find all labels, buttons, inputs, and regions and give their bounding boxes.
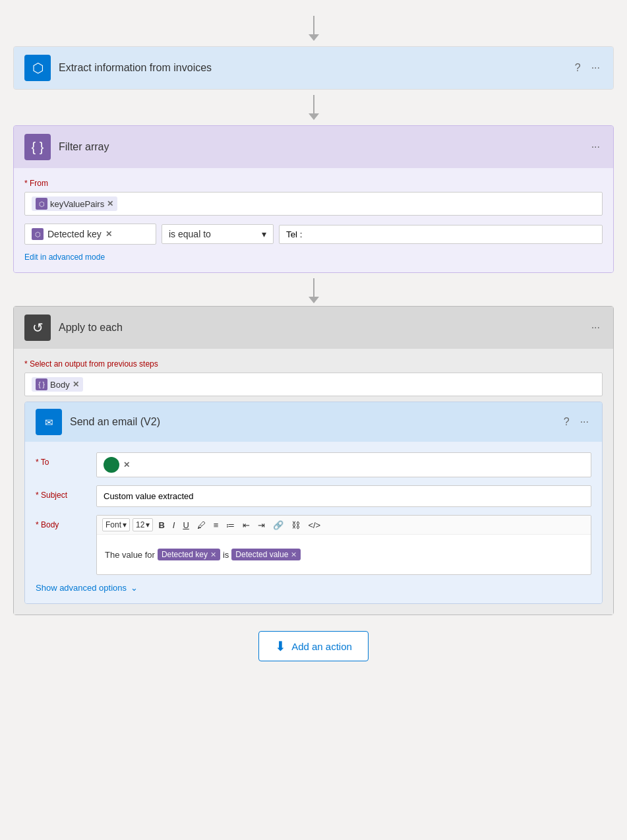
top-arrow <box>309 16 319 41</box>
filter-icon: { } <box>24 134 51 160</box>
email-card-header: ✉ Send an email (V2) ? ··· <box>25 402 602 442</box>
subject-label: * Subject <box>36 485 88 500</box>
apply-card-title: Apply to each <box>59 322 581 334</box>
extract-icon: ⬡ <box>24 55 51 81</box>
body-text-before: The value for <box>105 550 155 560</box>
filter-card-body: * From ⬡ keyValuePairs ✕ ⬡ Detected key … <box>14 168 613 272</box>
body-field: Font ▾ 12 ▾ B I U <box>96 515 591 575</box>
token2-remove[interactable]: ✕ <box>291 551 297 559</box>
filter-operator-chevron: ▾ <box>262 229 266 239</box>
font-size: 12 <box>136 520 144 529</box>
extract-more-btn[interactable]: ··· <box>589 59 603 76</box>
from-token-icon: ⬡ <box>36 198 47 210</box>
arrow-2 <box>309 278 319 303</box>
to-avatar <box>104 457 119 473</box>
extract-card-header: ⬡ Extract information from invoices ? ··… <box>14 47 613 89</box>
filter-left-icon: ⬡ <box>32 228 44 240</box>
bullets-btn[interactable]: ≡ <box>211 519 222 531</box>
size-chevron: ▾ <box>146 520 150 529</box>
editor-toolbar: Font ▾ 12 ▾ B I U <box>97 516 591 535</box>
arrow-1 <box>309 95 319 120</box>
extract-card-title: Extract information from invoices <box>59 62 564 74</box>
from-label: * From <box>24 179 603 188</box>
email-more-btn[interactable]: ··· <box>578 413 591 431</box>
show-advanced-text: Show advanced options <box>36 583 127 593</box>
apply-icon: ↺ <box>24 315 51 341</box>
body-text-mid: is <box>223 550 229 560</box>
body-row: * Body Font ▾ 12 ▾ <box>36 515 591 575</box>
body-token-2: Detected value ✕ <box>231 549 301 560</box>
to-remove[interactable]: ✕ <box>123 460 130 469</box>
editor-content[interactable]: The value for Detected key ✕ is Detected… <box>97 535 591 574</box>
subject-row: * Subject <box>36 485 591 507</box>
show-advanced-chevron: ⌄ <box>131 583 138 593</box>
ordered-list-btn[interactable]: ≔ <box>224 519 237 531</box>
filter-operator-select[interactable]: is equal to ▾ <box>162 224 274 244</box>
filter-operator-text: is equal to <box>169 229 211 239</box>
email-card: ✉ Send an email (V2) ? ··· * To <box>24 402 603 604</box>
apply-card-actions: ··· <box>589 319 603 336</box>
bold-btn[interactable]: B <box>156 519 167 531</box>
output-token-text: Body <box>50 380 70 390</box>
add-action-area: ⬇ Add an action <box>258 631 369 661</box>
body-token-1: Detected key ✕ <box>158 549 220 560</box>
filter-card-title: Filter array <box>59 141 581 153</box>
extract-help-btn[interactable]: ? <box>572 59 583 76</box>
email-icon: ✉ <box>36 409 62 435</box>
extract-card-actions: ? ··· <box>572 59 603 76</box>
email-card-title: Send an email (V2) <box>70 416 553 428</box>
from-input[interactable]: ⬡ keyValuePairs ✕ <box>24 192 603 216</box>
filter-condition-row: ⬡ Detected key ✕ is equal to ▾ <box>24 224 603 245</box>
from-token-remove[interactable]: ✕ <box>107 199 113 208</box>
show-advanced-options[interactable]: Show advanced options ⌄ <box>36 583 591 593</box>
add-action-icon: ⬇ <box>275 638 286 654</box>
filter-card: { } Filter array ··· * From ⬡ keyValuePa… <box>13 125 614 273</box>
flow-container: ⬡ Extract information from invoices ? ··… <box>13 13 614 661</box>
to-field: ✕ <box>96 452 591 477</box>
apply-card-body: * Select an output from previous steps {… <box>14 349 613 615</box>
output-token: { } Body ✕ <box>32 377 83 392</box>
email-help-btn[interactable]: ? <box>561 413 572 431</box>
size-select[interactable]: 12 ▾ <box>133 518 153 531</box>
filter-left-text: Detected key <box>47 229 102 239</box>
select-output-label: * Select an output from previous steps <box>24 359 603 369</box>
from-token-text: keyValuePairs <box>50 199 104 209</box>
font-select[interactable]: Font ▾ <box>102 518 130 531</box>
to-row: * To ✕ <box>36 452 591 477</box>
filter-left-remove[interactable]: ✕ <box>105 229 112 239</box>
add-action-button[interactable]: ⬇ Add an action <box>258 631 369 661</box>
apply-card: ↺ Apply to each ··· * Select an output f… <box>13 306 614 615</box>
add-action-label: Add an action <box>291 641 352 652</box>
outdent-btn[interactable]: ⇤ <box>240 519 253 531</box>
email-card-actions: ? ··· <box>561 413 591 431</box>
html-btn[interactable]: </> <box>305 519 323 531</box>
output-token-remove[interactable]: ✕ <box>73 380 79 389</box>
advanced-mode-link[interactable]: Edit in advanced mode <box>24 253 105 262</box>
font-chevron: ▾ <box>123 520 127 529</box>
filter-more-btn[interactable]: ··· <box>589 138 603 156</box>
apply-more-btn[interactable]: ··· <box>589 319 603 336</box>
subject-field <box>96 485 591 507</box>
from-token: ⬡ keyValuePairs ✕ <box>32 196 117 211</box>
extract-card: ⬡ Extract information from invoices ? ··… <box>13 46 614 90</box>
to-label: * To <box>36 452 88 467</box>
highlight-btn[interactable]: 🖊 <box>194 519 208 531</box>
output-input[interactable]: { } Body ✕ <box>24 373 603 396</box>
token1-text: Detected key <box>162 550 208 559</box>
body-label: * Body <box>36 515 88 529</box>
link-btn[interactable]: 🔗 <box>270 519 286 531</box>
italic-btn[interactable]: I <box>170 519 178 531</box>
filter-right-input[interactable] <box>279 225 603 244</box>
to-input[interactable]: ✕ <box>96 452 591 477</box>
token1-remove[interactable]: ✕ <box>210 551 216 559</box>
filter-left-box[interactable]: ⬡ Detected key ✕ <box>24 224 156 245</box>
filter-card-header: { } Filter array ··· <box>14 126 613 168</box>
body-editor[interactable]: Font ▾ 12 ▾ B I U <box>96 515 591 575</box>
subject-input[interactable] <box>96 485 591 507</box>
indent-btn[interactable]: ⇥ <box>255 519 268 531</box>
output-token-icon: { } <box>36 378 47 390</box>
font-label: Font <box>105 520 121 529</box>
underline-btn[interactable]: U <box>180 519 191 531</box>
unlink-btn[interactable]: ⛓ <box>289 519 303 531</box>
token2-text: Detected value <box>235 550 288 559</box>
